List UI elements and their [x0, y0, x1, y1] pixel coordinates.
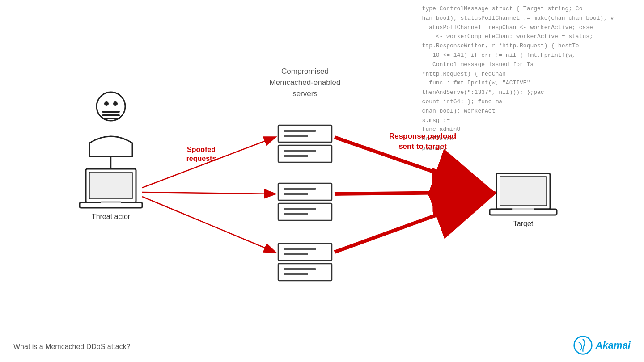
svg-text:sent to target: sent to target — [398, 142, 447, 151]
svg-text:requests: requests — [186, 155, 216, 162]
svg-rect-26 — [284, 253, 308, 255]
svg-rect-18 — [278, 183, 332, 200]
svg-point-4 — [104, 101, 109, 106]
svg-rect-2 — [102, 114, 120, 116]
svg-rect-22 — [284, 208, 316, 210]
svg-rect-29 — [284, 273, 308, 275]
svg-rect-13 — [284, 130, 316, 132]
svg-rect-3 — [102, 118, 120, 119]
svg-rect-16 — [284, 150, 316, 152]
svg-text:Response payload: Response payload — [389, 132, 456, 140]
svg-rect-36 — [512, 208, 534, 210]
svg-rect-17 — [284, 155, 308, 157]
svg-text:Threat actor: Threat actor — [92, 213, 131, 220]
svg-text:Target: Target — [513, 220, 534, 227]
svg-text:servers: servers — [292, 89, 318, 98]
svg-rect-12 — [278, 125, 332, 142]
svg-point-0 — [97, 92, 125, 121]
svg-rect-8 — [89, 172, 132, 199]
svg-point-5 — [113, 101, 118, 106]
akamai-brand-text: Akamai — [596, 340, 631, 351]
svg-text:Compromised: Compromised — [281, 67, 329, 76]
svg-line-46 — [335, 192, 490, 194]
svg-rect-9 — [80, 202, 142, 208]
svg-text:Spoofed: Spoofed — [187, 146, 216, 153]
code-background: type ControlMessage struct { Target stri… — [411, 0, 644, 206]
svg-rect-27 — [278, 264, 332, 281]
svg-rect-19 — [284, 188, 316, 190]
svg-line-41 — [142, 192, 275, 194]
svg-line-42 — [142, 197, 275, 252]
svg-rect-23 — [284, 213, 308, 215]
svg-rect-20 — [284, 193, 308, 195]
svg-rect-34 — [500, 177, 547, 206]
akamai-circle-icon — [573, 335, 593, 355]
svg-rect-35 — [490, 209, 557, 215]
bottom-caption: What is a Memcached DDoS attack? — [13, 343, 130, 351]
svg-rect-25 — [284, 248, 316, 250]
svg-rect-1 — [102, 111, 120, 113]
svg-rect-14 — [284, 135, 308, 137]
svg-rect-28 — [284, 268, 316, 270]
svg-rect-33 — [496, 173, 550, 209]
svg-line-47 — [335, 196, 490, 252]
svg-rect-21 — [278, 203, 332, 220]
diagram-svg: Threat actor Compromised Memcached-enabl… — [0, 0, 644, 362]
svg-text:Memcached-enabled: Memcached-enabled — [270, 78, 341, 87]
svg-line-45 — [335, 137, 490, 191]
svg-rect-15 — [278, 145, 332, 162]
svg-rect-24 — [278, 244, 332, 261]
svg-line-40 — [142, 137, 275, 188]
svg-rect-10 — [101, 201, 121, 203]
akamai-logo: Akamai — [573, 335, 631, 355]
svg-rect-7 — [86, 169, 136, 202]
